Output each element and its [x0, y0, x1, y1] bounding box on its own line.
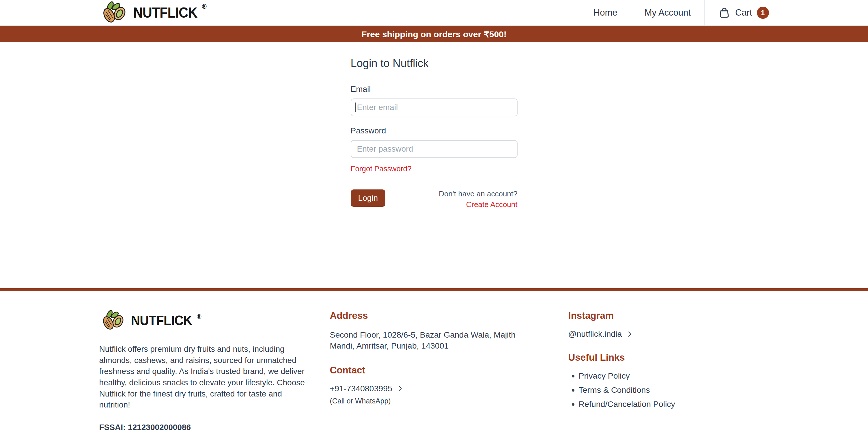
- footer: NUTFLICK ® Nutflick offers premium dry f…: [0, 291, 868, 443]
- password-field[interactable]: [351, 140, 518, 158]
- fssai-number: FSSAI: 12123002000086: [99, 423, 314, 432]
- useful-links-list: Privacy Policy Terms & Conditions Refund…: [579, 371, 690, 409]
- address-heading: Address: [330, 310, 529, 321]
- email-label: Email: [351, 85, 518, 94]
- phone-link[interactable]: +91-7340803995: [330, 384, 529, 393]
- brand-name: NUTFLICK: [133, 4, 197, 21]
- instagram-link[interactable]: @nutflick.india: [568, 329, 690, 339]
- nut-logo-icon: [99, 1, 129, 24]
- link-refund-policy[interactable]: Refund/Cancelation Policy: [579, 400, 690, 409]
- nut-logo-icon: [99, 310, 127, 331]
- footer-brand-logo[interactable]: NUTFLICK ®: [99, 310, 314, 331]
- instagram-handle: @nutflick.india: [568, 329, 622, 339]
- link-terms-conditions[interactable]: Terms & Conditions: [579, 385, 690, 395]
- contact-heading: Contact: [330, 365, 529, 376]
- footer-divider-bar: [0, 288, 868, 291]
- header: NUTFLICK ® Home My Account Cart 1: [0, 0, 868, 26]
- create-account-link[interactable]: Create Account: [439, 200, 517, 209]
- registered-mark: ®: [196, 313, 201, 321]
- footer-contact-column: Address Second Floor, 1028/6-5, Bazar Ga…: [330, 310, 529, 432]
- brand-name: NUTFLICK: [131, 313, 192, 328]
- main-content: Login to Nutflick Email Password Forgot …: [0, 42, 868, 288]
- cart-count-badge: 1: [757, 7, 769, 19]
- nav-cart[interactable]: Cart 1: [705, 0, 769, 25]
- chevron-right-icon: [626, 330, 633, 338]
- phone-number: +91-7340803995: [330, 384, 392, 393]
- link-privacy-policy[interactable]: Privacy Policy: [579, 371, 690, 381]
- promo-banner: Free shipping on orders over ₹500!: [0, 26, 868, 42]
- main-nav: Home My Account Cart 1: [580, 0, 769, 25]
- nav-home[interactable]: Home: [580, 0, 631, 25]
- address-text: Second Floor, 1028/6-5, Bazar Ganda Wala…: [330, 329, 529, 351]
- registered-mark: ®: [202, 3, 207, 10]
- text-caret: [355, 102, 355, 112]
- page-title: Login to Nutflick: [351, 57, 518, 69]
- nav-my-account[interactable]: My Account: [631, 0, 704, 25]
- no-account-text: Don't have an account?: [439, 189, 517, 198]
- footer-about-column: NUTFLICK ® Nutflick offers premium dry f…: [99, 310, 314, 432]
- password-label: Password: [351, 126, 518, 136]
- footer-links-column: Instagram @nutflick.india Useful Links P…: [568, 310, 690, 432]
- cart-label: Cart: [735, 7, 752, 18]
- brand-logo[interactable]: NUTFLICK ®: [99, 0, 207, 25]
- login-form: Login to Nutflick Email Password Forgot …: [351, 42, 518, 209]
- footer-about-text: Nutflick offers premium dry fruits and n…: [99, 344, 314, 411]
- instagram-heading: Instagram: [568, 310, 690, 321]
- chevron-right-icon: [396, 385, 404, 392]
- login-button[interactable]: Login: [351, 189, 386, 207]
- useful-links-heading: Useful Links: [568, 352, 690, 363]
- shopping-bag-icon: [718, 6, 731, 19]
- phone-note: (Call or WhatsApp): [330, 397, 529, 405]
- forgot-password-link[interactable]: Forgot Password?: [351, 164, 412, 173]
- email-field[interactable]: [351, 98, 518, 116]
